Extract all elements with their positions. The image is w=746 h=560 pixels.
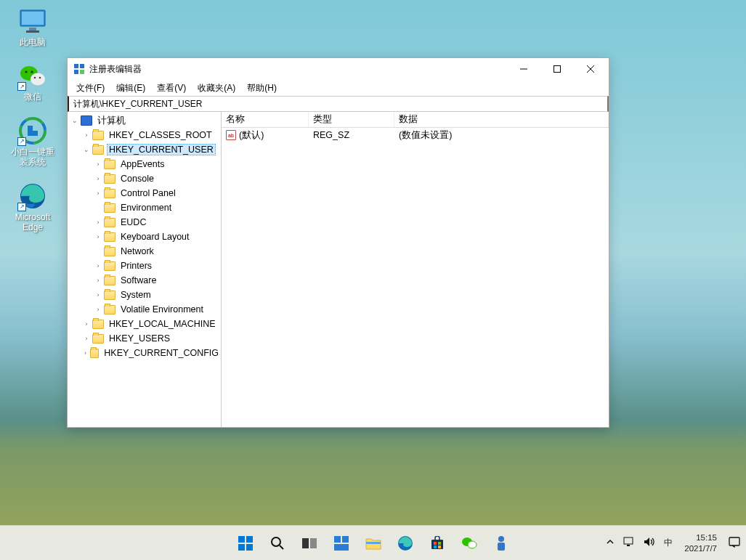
volume-icon[interactable] [642, 535, 657, 551]
expander-icon[interactable]: ⌄ [70, 116, 79, 125]
tree-node[interactable]: ›Console [68, 171, 221, 186]
notifications-icon[interactable] [727, 535, 742, 551]
app-taskbar-icon[interactable] [487, 529, 516, 558]
desktop-icon-pc[interactable]: 此电脑 [7, 7, 58, 47]
widgets-icon[interactable] [327, 529, 356, 558]
expander-icon[interactable]: › [82, 320, 91, 328]
desktop-icons: 此电脑↗微信↗小白一键重装系统↗Microsoft Edge [7, 7, 58, 232]
address-bar[interactable] [68, 96, 609, 112]
start-button[interactable] [231, 529, 260, 558]
tree-node[interactable]: ›HKEY_LOCAL_MACHINE [68, 317, 221, 331]
list-view[interactable]: 名称 类型 数据 ab(默认)REG_SZ(数值未设置) [222, 112, 609, 427]
tree-node[interactable]: ›HKEY_CURRENT_CONFIG [68, 346, 221, 360]
svg-rect-37 [438, 542, 441, 545]
taskview-icon[interactable] [295, 529, 324, 558]
svg-rect-17 [80, 70, 84, 74]
desktop-icon-label: 小白一键重装系统 [7, 147, 58, 168]
tree-node[interactable]: ›HKEY_CLASSES_ROOT [68, 128, 221, 142]
svg-rect-30 [334, 536, 341, 543]
edge-taskbar-icon[interactable] [391, 529, 420, 558]
clock[interactable]: 15:15 2021/7/7 [680, 532, 721, 553]
regedit-icon [73, 63, 85, 75]
tree-node[interactable]: ›AppEvents [68, 157, 221, 171]
tree-node[interactable]: ›EUDC [68, 215, 221, 230]
store-icon[interactable] [423, 529, 452, 558]
tree-node[interactable]: Environment [68, 200, 221, 215]
desktop-icon-edge[interactable]: ↗Microsoft Edge [7, 182, 58, 233]
expander-icon[interactable]: › [94, 291, 102, 299]
expander-icon[interactable] [94, 203, 102, 212]
tree-node[interactable]: ›Printers [68, 259, 221, 273]
svg-rect-35 [431, 540, 443, 549]
expander-icon[interactable]: › [94, 276, 102, 285]
close-button[interactable] [574, 58, 607, 80]
string-value-icon: ab [226, 130, 236, 140]
tree-node[interactable]: Network [68, 244, 221, 259]
maximize-button[interactable] [540, 58, 574, 80]
tree-node[interactable]: ⌄计算机 [68, 113, 221, 128]
menu-item[interactable]: 文件(F) [70, 81, 110, 96]
menubar: 文件(F)编辑(E)查看(V)收藏夹(A)帮助(H) [68, 80, 609, 96]
svg-rect-38 [434, 545, 437, 548]
menu-item[interactable]: 编辑(E) [110, 81, 151, 96]
expander-icon[interactable]: › [94, 189, 102, 198]
expander-icon[interactable] [94, 247, 102, 256]
desktop-icon-xiaobaiSys[interactable]: ↗小白一键重装系统 [7, 117, 58, 168]
menu-item[interactable]: 帮助(H) [241, 81, 283, 96]
expander-icon[interactable]: › [94, 232, 102, 241]
folder-icon [104, 189, 115, 198]
expander-icon[interactable]: › [82, 334, 91, 343]
list-header[interactable]: 名称 类型 数据 [222, 112, 609, 128]
tree-node[interactable]: ›Volatile Environment [68, 302, 221, 317]
tree-node-label: Volatile Environment [118, 304, 206, 315]
minimize-button[interactable] [507, 58, 540, 80]
svg-point-8 [34, 77, 36, 79]
expander-icon[interactable]: › [82, 131, 91, 139]
taskbar-center [231, 529, 516, 558]
tray-chevron-icon[interactable] [604, 536, 616, 550]
expander-icon[interactable]: › [82, 349, 89, 357]
explorer-icon[interactable] [359, 529, 388, 558]
tree-view[interactable]: ⌄计算机›HKEY_CLASSES_ROOT⌄HKEY_CURRENT_USER… [68, 112, 222, 427]
tree-node-label: Environment [118, 202, 174, 214]
tree-node[interactable]: ›HKEY_USERS [68, 331, 221, 346]
expander-icon[interactable]: › [94, 174, 102, 183]
tree-node[interactable]: ›Software [68, 273, 221, 288]
xiaobaiSys-icon: ↗ [19, 117, 46, 145]
wechat-taskbar-icon[interactable] [455, 529, 484, 558]
svg-rect-31 [342, 536, 349, 543]
network-icon[interactable] [622, 535, 636, 551]
svg-rect-2 [29, 28, 36, 31]
tree-node[interactable]: ⌄HKEY_CURRENT_USER [68, 142, 221, 157]
svg-point-41 [468, 541, 477, 548]
desktop-icon-wechat[interactable]: ↗微信 [7, 62, 58, 102]
clock-date: 2021/7/7 [684, 543, 717, 553]
expander-icon[interactable]: › [94, 305, 102, 314]
menu-item[interactable]: 查看(V) [151, 81, 192, 96]
expander-icon[interactable]: › [94, 160, 102, 169]
taskbar[interactable]: 中 15:15 2021/7/7 [0, 525, 746, 560]
list-row[interactable]: ab(默认)REG_SZ(数值未设置) [222, 128, 609, 142]
value-name-cell: ab(默认) [222, 129, 309, 142]
desktop: 此电脑↗微信↗小白一键重装系统↗Microsoft Edge 注册表编辑器 文件… [0, 0, 746, 560]
shortcut-arrow-icon: ↗ [17, 137, 26, 146]
wechat-icon: ↗ [19, 62, 46, 89]
menu-item[interactable]: 收藏夹(A) [192, 81, 241, 96]
tree-node[interactable]: ›Keyboard Layout [68, 230, 221, 244]
tree-node[interactable]: ›System [68, 288, 221, 302]
expander-icon[interactable]: › [94, 261, 102, 270]
tree-node[interactable]: ›Control Panel [68, 186, 221, 200]
column-type[interactable]: 类型 [309, 112, 394, 127]
expander-icon[interactable]: › [94, 218, 102, 227]
search-icon[interactable] [263, 529, 292, 558]
column-data[interactable]: 数据 [394, 112, 609, 127]
column-name[interactable]: 名称 [222, 112, 309, 127]
svg-rect-33 [366, 542, 381, 544]
ime-indicator[interactable]: 中 [662, 535, 674, 551]
tree-node-label: Console [118, 173, 156, 184]
titlebar[interactable]: 注册表编辑器 [68, 58, 609, 80]
svg-rect-16 [74, 70, 78, 74]
svg-marker-12 [28, 126, 38, 136]
expander-icon[interactable]: ⌄ [82, 145, 91, 154]
folder-icon [104, 247, 115, 256]
